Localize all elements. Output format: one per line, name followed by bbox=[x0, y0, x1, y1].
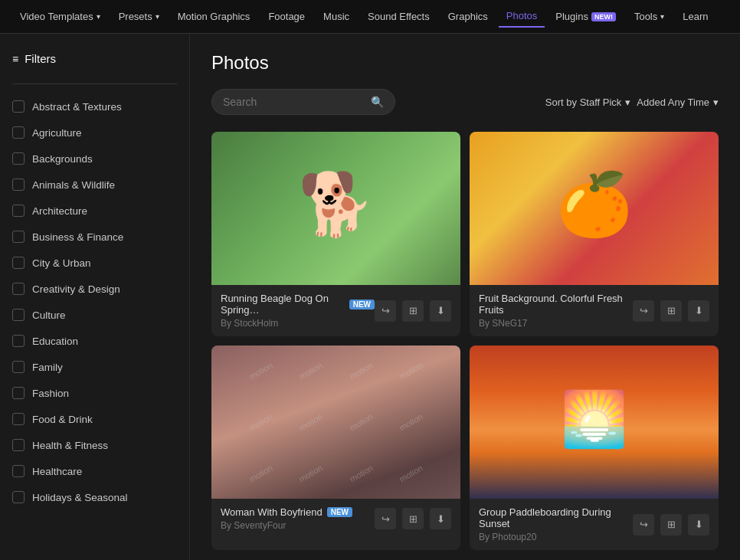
filter-icon: ≡ bbox=[12, 53, 18, 65]
category-checkbox[interactable] bbox=[12, 257, 25, 269]
category-checkbox[interactable] bbox=[12, 335, 25, 347]
sidebar-item-agriculture[interactable]: Agriculture bbox=[0, 120, 189, 146]
share-button[interactable]: ↪ bbox=[633, 514, 654, 535]
category-label: Holidays & Seasonal bbox=[32, 492, 128, 503]
controls-row: 🔍 Sort by Staff Pick ▾ Added Any Time ▾ bbox=[211, 89, 719, 115]
search-icon: 🔍 bbox=[371, 96, 384, 108]
time-label: Added Any Time bbox=[637, 97, 709, 108]
sidebar-item-fashion[interactable]: Fashion bbox=[0, 380, 189, 406]
add-button[interactable]: ⊞ bbox=[660, 300, 682, 322]
main-layout: ≡ Filters Abstract & Textures Agricultur… bbox=[0, 34, 740, 560]
download-button[interactable]: ⬇ bbox=[688, 514, 709, 535]
share-button[interactable]: ↪ bbox=[633, 300, 654, 322]
category-label: Health & Fitness bbox=[32, 440, 108, 451]
photo-info: Running Beagle Dog On Spring… NEW By Sto… bbox=[211, 285, 460, 336]
nav-label: Photos bbox=[506, 10, 537, 21]
category-checkbox[interactable] bbox=[12, 413, 25, 425]
nav-label: Graphics bbox=[448, 11, 488, 22]
sort-label: Sort by Staff Pick bbox=[545, 97, 621, 108]
download-button[interactable]: ⬇ bbox=[688, 300, 709, 322]
category-label: Abstract & Textures bbox=[32, 101, 122, 113]
sidebar: ≡ Filters Abstract & Textures Agricultur… bbox=[0, 34, 190, 560]
sidebar-item-food-drink[interactable]: Food & Drink bbox=[0, 406, 189, 432]
photo-info: Group Paddleboarding During Sunset By Ph… bbox=[470, 499, 719, 550]
sidebar-item-family[interactable]: Family bbox=[0, 354, 189, 380]
sidebar-item-backgrounds[interactable]: Backgrounds bbox=[0, 146, 189, 172]
photo-actions: ↪ ⊞ ⬇ bbox=[375, 300, 451, 322]
sidebar-item-culture[interactable]: Culture bbox=[0, 302, 189, 328]
share-button[interactable]: ↪ bbox=[375, 300, 396, 322]
sidebar-item-city-urban[interactable]: City & Urban bbox=[0, 250, 189, 276]
category-checkbox[interactable] bbox=[12, 152, 25, 165]
photo-actions: ↪ ⊞ ⬇ bbox=[633, 514, 709, 535]
share-button[interactable]: ↪ bbox=[375, 508, 396, 529]
category-checkbox[interactable] bbox=[12, 231, 25, 243]
category-checkbox[interactable] bbox=[12, 439, 25, 451]
photo-image[interactable] bbox=[470, 345, 719, 499]
nav-item-photos[interactable]: Photos bbox=[499, 5, 545, 28]
sidebar-item-education[interactable]: Education bbox=[0, 328, 189, 354]
photo-meta: Fruit Background. Colorful Fresh Fruits … bbox=[479, 293, 633, 329]
category-checkbox[interactable] bbox=[12, 178, 25, 191]
nav-label: Sound Effects bbox=[368, 11, 430, 22]
photo-title-row: Fruit Background. Colorful Fresh Fruits bbox=[479, 293, 633, 316]
photo-title-row: Woman With Boyfriend NEW bbox=[221, 506, 352, 518]
new-badge: NEW bbox=[349, 300, 375, 309]
category-label: Business & Finance bbox=[32, 231, 123, 243]
sidebar-item-creativity-design[interactable]: Creativity & Design bbox=[0, 276, 189, 302]
category-checkbox[interactable] bbox=[12, 283, 25, 295]
category-label: Architecture bbox=[32, 205, 87, 217]
category-label: Education bbox=[32, 336, 78, 347]
nav-item-tools[interactable]: Tools▾ bbox=[627, 6, 672, 27]
sort-staff-pick-button[interactable]: Sort by Staff Pick ▾ bbox=[545, 97, 630, 108]
nav-item-music[interactable]: Music bbox=[316, 6, 357, 27]
nav-item-plugins[interactable]: PluginsNEW! bbox=[548, 6, 624, 27]
category-checkbox[interactable] bbox=[12, 361, 25, 373]
sidebar-divider bbox=[12, 84, 177, 84]
photo-info: Fruit Background. Colorful Fresh Fruits … bbox=[470, 285, 719, 336]
nav-item-motion-graphics[interactable]: Motion Graphics bbox=[170, 6, 258, 27]
nav-item-footage[interactable]: Footage bbox=[260, 6, 313, 27]
sidebar-item-abstract-textures[interactable]: Abstract & Textures bbox=[0, 93, 189, 120]
nav-item-presets[interactable]: Presets▾ bbox=[111, 6, 167, 27]
nav-item-video-templates[interactable]: Video Templates▾ bbox=[12, 6, 108, 27]
category-label: Food & Drink bbox=[32, 414, 93, 425]
nav-item-sound-effects[interactable]: Sound Effects bbox=[360, 6, 437, 27]
category-checkbox[interactable] bbox=[12, 465, 25, 477]
category-checkbox[interactable] bbox=[12, 387, 25, 399]
category-label: Agriculture bbox=[32, 127, 82, 139]
photo-image[interactable] bbox=[211, 132, 460, 285]
download-button[interactable]: ⬇ bbox=[430, 300, 451, 322]
photo-image[interactable] bbox=[470, 132, 719, 285]
sidebar-item-business-finance[interactable]: Business & Finance bbox=[0, 224, 189, 250]
sidebar-item-holidays-seasonal[interactable]: Holidays & Seasonal bbox=[0, 484, 189, 510]
sidebar-item-animals-wildlife[interactable]: Animals & Wildlife bbox=[0, 172, 189, 198]
category-checkbox[interactable] bbox=[12, 309, 25, 321]
sidebar-item-health-fitness[interactable]: Health & Fitness bbox=[0, 432, 189, 458]
search-input[interactable] bbox=[223, 96, 365, 108]
sidebar-categories: Abstract & Textures Agriculture Backgrou… bbox=[0, 93, 189, 510]
sort-time-button[interactable]: Added Any Time ▾ bbox=[637, 97, 719, 108]
nav-badge: NEW! bbox=[591, 12, 616, 21]
category-checkbox[interactable] bbox=[12, 100, 25, 113]
photo-title-row: Running Beagle Dog On Spring… NEW bbox=[221, 293, 375, 316]
photo-grid: Running Beagle Dog On Spring… NEW By Sto… bbox=[211, 132, 719, 550]
category-checkbox[interactable] bbox=[12, 491, 25, 503]
photo-author: By SNeG17 bbox=[479, 318, 633, 329]
photo-meta: Running Beagle Dog On Spring… NEW By Sto… bbox=[221, 293, 375, 329]
filters-label: Filters bbox=[25, 52, 56, 65]
main-content: Photos 🔍 Sort by Staff Pick ▾ Added Any … bbox=[190, 34, 740, 560]
add-button[interactable]: ⊞ bbox=[660, 514, 682, 535]
add-button[interactable]: ⊞ bbox=[402, 508, 424, 529]
category-checkbox[interactable] bbox=[12, 126, 25, 139]
nav-item-graphics[interactable]: Graphics bbox=[440, 6, 496, 27]
category-checkbox[interactable] bbox=[12, 205, 25, 217]
photo-card: Running Beagle Dog On Spring… NEW By Sto… bbox=[211, 132, 460, 336]
sidebar-item-architecture[interactable]: Architecture bbox=[0, 198, 189, 224]
search-box[interactable]: 🔍 bbox=[211, 89, 395, 115]
photo-image[interactable]: motionmotionmotionmotionmotionmotionmoti… bbox=[211, 345, 460, 499]
download-button[interactable]: ⬇ bbox=[430, 508, 451, 529]
sidebar-item-healthcare[interactable]: Healthcare bbox=[0, 458, 189, 484]
nav-item-learn[interactable]: Learn bbox=[675, 6, 715, 27]
add-button[interactable]: ⊞ bbox=[402, 300, 424, 322]
